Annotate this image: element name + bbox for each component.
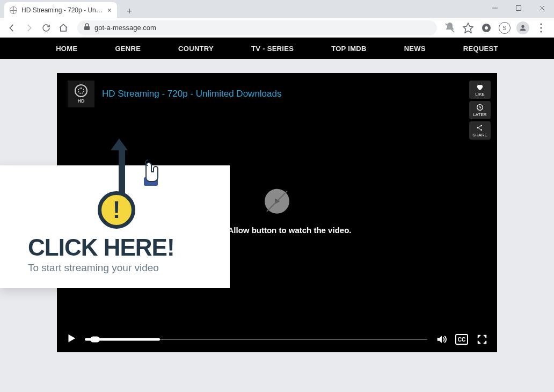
- menu-button[interactable]: [535, 21, 548, 34]
- svg-marker-21: [438, 336, 442, 343]
- nav-home[interactable]: HOME: [56, 45, 77, 53]
- reload-button[interactable]: [39, 20, 54, 35]
- popup-subheading: To start streaming your video: [28, 262, 210, 274]
- seek-thumb[interactable]: [90, 337, 100, 343]
- profile-avatar[interactable]: [516, 21, 529, 34]
- player-title[interactable]: HD Streaming - 720p - Unlimited Download…: [102, 89, 281, 99]
- seek-bar[interactable]: [85, 338, 427, 340]
- svg-line-17: [478, 126, 480, 128]
- svg-point-12: [540, 31, 542, 32]
- address-bar[interactable]: got-a-message.com: [77, 20, 437, 35]
- svg-marker-19: [275, 199, 280, 205]
- tab-title: HD Streaming - 720p - Unlimite…: [21, 6, 103, 14]
- new-tab-button[interactable]: +: [122, 4, 136, 18]
- svg-point-8: [485, 26, 488, 30]
- nav-tvseries[interactable]: TV - SERIES: [251, 45, 294, 53]
- nav-request[interactable]: REQUEST: [463, 45, 498, 53]
- fullscreen-button[interactable]: [476, 333, 489, 346]
- player-controls: CC: [57, 326, 497, 352]
- toolbar-right-icons: S: [443, 21, 550, 34]
- extension-icon[interactable]: [480, 21, 493, 34]
- svg-marker-20: [69, 335, 76, 343]
- later-label: LATER: [473, 112, 486, 117]
- like-button[interactable]: LIKE: [469, 81, 491, 99]
- window-controls: [483, 0, 554, 16]
- svg-rect-4: [84, 26, 90, 30]
- film-reel-icon: [75, 84, 88, 97]
- svg-point-14: [477, 127, 479, 129]
- share-label: SHARE: [472, 133, 487, 137]
- popup-graphic: !: [28, 177, 210, 231]
- volume-button[interactable]: [435, 333, 448, 346]
- svg-rect-1: [516, 6, 521, 11]
- site-nav: HOME GENRE COUNTRY TV - SERIES TOP IMDB …: [0, 38, 554, 59]
- play-button[interactable]: [65, 332, 77, 346]
- player-header: HD HD Streaming - 720p - Unlimited Downl…: [68, 81, 281, 107]
- like-label: LIKE: [475, 92, 484, 97]
- svg-point-11: [540, 27, 542, 28]
- globe-icon: [10, 6, 17, 14]
- extension-s-icon[interactable]: S: [498, 21, 511, 34]
- share-icon: [475, 124, 485, 132]
- pointing-hand-icon: [135, 150, 167, 190]
- nav-genre[interactable]: GENRE: [115, 45, 141, 53]
- back-button[interactable]: [4, 20, 19, 35]
- home-button[interactable]: [56, 20, 71, 35]
- forward-button[interactable]: [21, 20, 37, 35]
- svg-point-15: [480, 125, 482, 127]
- lock-icon: [84, 23, 90, 32]
- play-disabled-icon: [265, 189, 289, 214]
- minimize-button[interactable]: [483, 0, 507, 16]
- arrow-up-icon: [116, 139, 128, 199]
- popup-heading: CLICK HERE!: [28, 235, 210, 260]
- warning-icon: !: [98, 191, 135, 229]
- url-text: got-a-message.com: [94, 24, 156, 32]
- nav-topimdb[interactable]: TOP IMDB: [331, 45, 366, 53]
- svg-line-18: [478, 128, 480, 130]
- share-button[interactable]: SHARE: [469, 121, 491, 140]
- browser-tab[interactable]: HD Streaming - 720p - Unlimite… ×: [4, 2, 117, 18]
- close-tab-icon[interactable]: ×: [107, 6, 112, 14]
- bookmark-star-icon[interactable]: [462, 21, 475, 34]
- clock-icon: [475, 103, 485, 112]
- player-side-buttons: LIKE LATER SHARE: [469, 81, 491, 140]
- hd-label: HD: [78, 98, 85, 104]
- page-content: HOME GENRE COUNTRY TV - SERIES TOP IMDB …: [0, 38, 554, 392]
- hd-badge: HD: [68, 81, 94, 107]
- later-button[interactable]: LATER: [469, 101, 491, 119]
- browser-toolbar: got-a-message.com S: [0, 18, 554, 38]
- svg-point-16: [480, 129, 482, 131]
- svg-point-10: [540, 23, 542, 25]
- nav-news[interactable]: NEWS: [404, 45, 426, 53]
- close-window-button[interactable]: [530, 0, 554, 16]
- click-here-popup[interactable]: ! CLICK HERE! To start streaming your vi…: [0, 165, 230, 288]
- captions-button[interactable]: CC: [455, 334, 468, 345]
- nav-country[interactable]: COUNTRY: [178, 45, 214, 53]
- svg-point-9: [521, 25, 524, 27]
- svg-marker-6: [463, 23, 473, 33]
- browser-titlebar: HD Streaming - 720p - Unlimite… × +: [0, 0, 554, 18]
- notification-muted-icon[interactable]: [443, 21, 456, 34]
- maximize-button[interactable]: [507, 0, 530, 16]
- heart-icon: [475, 83, 485, 91]
